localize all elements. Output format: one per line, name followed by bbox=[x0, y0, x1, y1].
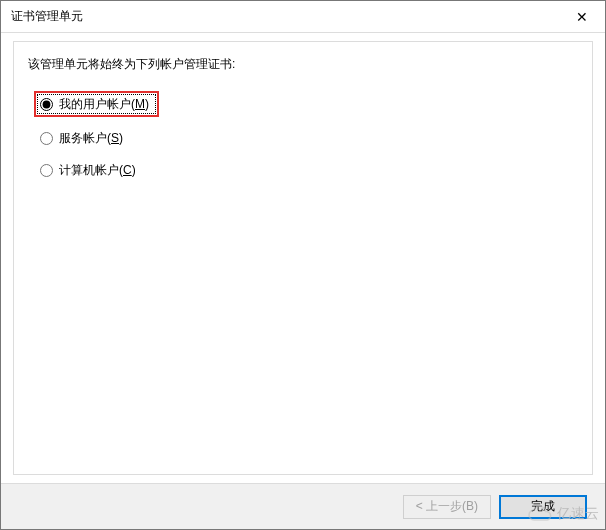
close-icon: ✕ bbox=[576, 9, 588, 25]
radio-computer-input[interactable] bbox=[40, 164, 53, 177]
account-radio-group: 我的用户帐户(M) 服务帐户(S) 计算机帐户(C) bbox=[28, 91, 578, 181]
back-button[interactable]: < 上一步(B) bbox=[403, 495, 491, 519]
titlebar: 证书管理单元 ✕ bbox=[1, 1, 605, 33]
dialog-footer: < 上一步(B) 完成 bbox=[1, 483, 605, 529]
radio-computer-label: 计算机帐户(C) bbox=[59, 162, 136, 179]
radio-service-input[interactable] bbox=[40, 132, 53, 145]
radio-my-user-account[interactable]: 我的用户帐户(M) bbox=[34, 91, 159, 117]
radio-service-label: 服务帐户(S) bbox=[59, 130, 123, 147]
window-title: 证书管理单元 bbox=[11, 8, 83, 25]
content-panel: 该管理单元将始终为下列帐户管理证书: 我的用户帐户(M) 服务帐户(S) 计算机… bbox=[13, 41, 593, 475]
radio-my-user-input[interactable] bbox=[40, 98, 53, 111]
finish-button[interactable]: 完成 bbox=[499, 495, 587, 519]
instruction-text: 该管理单元将始终为下列帐户管理证书: bbox=[28, 56, 578, 73]
radio-service-account[interactable]: 服务帐户(S) bbox=[36, 127, 127, 149]
radio-my-user-label: 我的用户帐户(M) bbox=[59, 96, 149, 113]
radio-computer-account[interactable]: 计算机帐户(C) bbox=[36, 159, 140, 181]
close-button[interactable]: ✕ bbox=[559, 1, 605, 33]
